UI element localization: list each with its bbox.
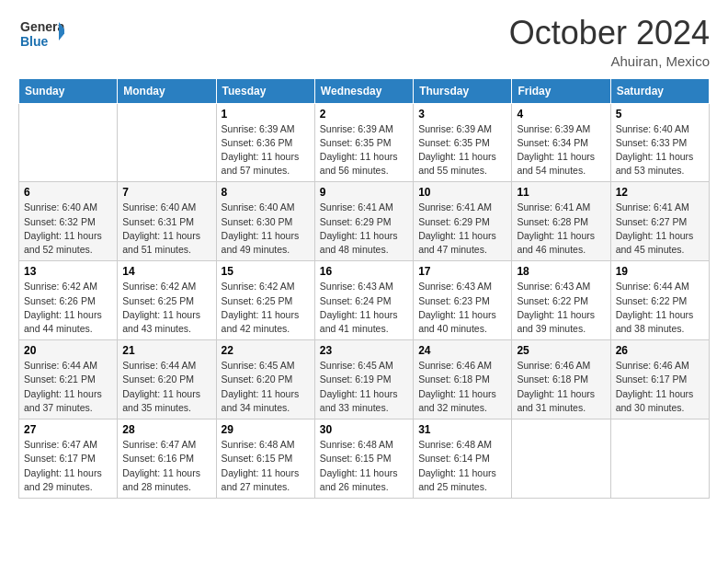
day-info: Sunrise: 6:41 AMSunset: 6:27 PMDaylight:…	[616, 201, 704, 257]
day-info: Sunrise: 6:40 AMSunset: 6:32 PMDaylight:…	[24, 201, 112, 257]
day-info: Sunrise: 6:45 AMSunset: 6:20 PMDaylight:…	[222, 359, 310, 415]
day-number: 4	[517, 108, 605, 121]
calendar-cell	[118, 103, 216, 182]
calendar-cell: 11Sunrise: 6:41 AMSunset: 6:28 PMDayligh…	[512, 182, 610, 261]
calendar-cell: 10Sunrise: 6:41 AMSunset: 6:29 PMDayligh…	[414, 182, 512, 261]
calendar-cell: 5Sunrise: 6:40 AMSunset: 6:33 PMDaylight…	[610, 103, 709, 182]
calendar-cell: 20Sunrise: 6:44 AMSunset: 6:21 PMDayligh…	[19, 340, 118, 419]
day-number: 28	[122, 423, 210, 436]
day-info: Sunrise: 6:44 AMSunset: 6:20 PMDaylight:…	[122, 359, 210, 415]
month-title: October 2024	[509, 15, 710, 52]
calendar-cell	[19, 103, 118, 182]
calendar-cell: 27Sunrise: 6:47 AMSunset: 6:17 PMDayligh…	[19, 419, 118, 499]
calendar-cell: 15Sunrise: 6:42 AMSunset: 6:25 PMDayligh…	[216, 261, 314, 340]
day-number: 20	[24, 344, 112, 357]
day-number: 17	[418, 265, 506, 278]
svg-text:General: General	[20, 19, 64, 34]
calendar-cell: 2Sunrise: 6:39 AMSunset: 6:35 PMDaylight…	[314, 103, 413, 182]
day-number: 27	[24, 423, 112, 436]
calendar-week-row: 13Sunrise: 6:42 AMSunset: 6:26 PMDayligh…	[19, 261, 710, 340]
day-info: Sunrise: 6:48 AMSunset: 6:14 PMDaylight:…	[418, 438, 506, 494]
calendar-week-row: 1Sunrise: 6:39 AMSunset: 6:36 PMDaylight…	[19, 103, 710, 182]
day-number: 9	[320, 186, 408, 199]
day-number: 14	[122, 265, 210, 278]
day-info: Sunrise: 6:42 AMSunset: 6:25 PMDaylight:…	[122, 280, 210, 336]
day-of-week-tuesday: Tuesday	[216, 78, 314, 103]
day-number: 8	[222, 186, 310, 199]
day-number: 22	[222, 344, 310, 357]
calendar-cell: 16Sunrise: 6:43 AMSunset: 6:24 PMDayligh…	[314, 261, 413, 340]
calendar-table: SundayMondayTuesdayWednesdayThursdayFrid…	[18, 78, 710, 499]
day-info: Sunrise: 6:39 AMSunset: 6:36 PMDaylight:…	[222, 122, 310, 178]
day-info: Sunrise: 6:43 AMSunset: 6:22 PMDaylight:…	[517, 280, 605, 336]
calendar-cell: 8Sunrise: 6:40 AMSunset: 6:30 PMDaylight…	[216, 182, 314, 261]
calendar-cell: 29Sunrise: 6:48 AMSunset: 6:15 PMDayligh…	[216, 419, 314, 499]
day-number: 12	[616, 186, 704, 199]
day-info: Sunrise: 6:45 AMSunset: 6:19 PMDaylight:…	[320, 359, 408, 415]
header: General Blue October 2024 Ahuiran, Mexic…	[18, 15, 710, 69]
day-info: Sunrise: 6:39 AMSunset: 6:35 PMDaylight:…	[418, 122, 506, 178]
day-number: 23	[320, 344, 408, 357]
calendar-cell: 6Sunrise: 6:40 AMSunset: 6:32 PMDaylight…	[19, 182, 118, 261]
calendar-cell: 14Sunrise: 6:42 AMSunset: 6:25 PMDayligh…	[118, 261, 216, 340]
day-info: Sunrise: 6:44 AMSunset: 6:22 PMDaylight:…	[616, 280, 704, 336]
day-info: Sunrise: 6:46 AMSunset: 6:18 PMDaylight:…	[517, 359, 605, 415]
calendar-cell: 23Sunrise: 6:45 AMSunset: 6:19 PMDayligh…	[314, 340, 413, 419]
calendar-cell: 3Sunrise: 6:39 AMSunset: 6:35 PMDaylight…	[414, 103, 512, 182]
calendar-cell: 25Sunrise: 6:46 AMSunset: 6:18 PMDayligh…	[512, 340, 610, 419]
day-of-week-thursday: Thursday	[414, 78, 512, 103]
day-info: Sunrise: 6:46 AMSunset: 6:18 PMDaylight:…	[418, 359, 506, 415]
day-info: Sunrise: 6:41 AMSunset: 6:29 PMDaylight:…	[418, 201, 506, 257]
day-info: Sunrise: 6:40 AMSunset: 6:30 PMDaylight:…	[222, 201, 310, 257]
day-number: 2	[320, 108, 408, 121]
calendar-cell: 12Sunrise: 6:41 AMSunset: 6:27 PMDayligh…	[610, 182, 709, 261]
calendar-week-row: 20Sunrise: 6:44 AMSunset: 6:21 PMDayligh…	[19, 340, 710, 419]
day-info: Sunrise: 6:48 AMSunset: 6:15 PMDaylight:…	[222, 438, 310, 494]
calendar-cell: 17Sunrise: 6:43 AMSunset: 6:23 PMDayligh…	[414, 261, 512, 340]
calendar-cell: 24Sunrise: 6:46 AMSunset: 6:18 PMDayligh…	[414, 340, 512, 419]
day-number: 30	[320, 423, 408, 436]
calendar-cell: 7Sunrise: 6:40 AMSunset: 6:31 PMDaylight…	[118, 182, 216, 261]
calendar-cell: 13Sunrise: 6:42 AMSunset: 6:26 PMDayligh…	[19, 261, 118, 340]
day-info: Sunrise: 6:48 AMSunset: 6:15 PMDaylight:…	[320, 438, 408, 494]
day-number: 31	[418, 423, 506, 436]
calendar-cell	[512, 419, 610, 499]
calendar-cell: 4Sunrise: 6:39 AMSunset: 6:34 PMDaylight…	[512, 103, 610, 182]
day-number: 13	[24, 265, 112, 278]
calendar-header-row: SundayMondayTuesdayWednesdayThursdayFrid…	[19, 78, 710, 103]
day-info: Sunrise: 6:47 AMSunset: 6:16 PMDaylight:…	[122, 438, 210, 494]
calendar-cell: 31Sunrise: 6:48 AMSunset: 6:14 PMDayligh…	[414, 419, 512, 499]
calendar-cell	[610, 419, 709, 499]
day-info: Sunrise: 6:39 AMSunset: 6:35 PMDaylight:…	[320, 122, 408, 178]
calendar-week-row: 27Sunrise: 6:47 AMSunset: 6:17 PMDayligh…	[19, 419, 710, 499]
day-number: 29	[222, 423, 310, 436]
day-of-week-wednesday: Wednesday	[314, 78, 413, 103]
day-of-week-monday: Monday	[118, 78, 216, 103]
day-info: Sunrise: 6:42 AMSunset: 6:25 PMDaylight:…	[222, 280, 310, 336]
day-of-week-saturday: Saturday	[610, 78, 709, 103]
calendar-cell: 28Sunrise: 6:47 AMSunset: 6:16 PMDayligh…	[118, 419, 216, 499]
day-number: 19	[616, 265, 704, 278]
day-of-week-sunday: Sunday	[19, 78, 118, 103]
day-number: 5	[616, 108, 704, 121]
day-number: 24	[418, 344, 506, 357]
day-of-week-friday: Friday	[512, 78, 610, 103]
calendar-cell: 21Sunrise: 6:44 AMSunset: 6:20 PMDayligh…	[118, 340, 216, 419]
calendar-cell: 18Sunrise: 6:43 AMSunset: 6:22 PMDayligh…	[512, 261, 610, 340]
day-info: Sunrise: 6:44 AMSunset: 6:21 PMDaylight:…	[24, 359, 112, 415]
day-info: Sunrise: 6:43 AMSunset: 6:23 PMDaylight:…	[418, 280, 506, 336]
page: General Blue October 2024 Ahuiran, Mexic…	[0, 0, 728, 563]
day-number: 3	[418, 108, 506, 121]
day-info: Sunrise: 6:41 AMSunset: 6:29 PMDaylight:…	[320, 201, 408, 257]
logo: General Blue	[18, 15, 64, 59]
day-number: 1	[222, 108, 310, 121]
day-number: 16	[320, 265, 408, 278]
day-number: 21	[122, 344, 210, 357]
location-title: Ahuiran, Mexico	[509, 53, 710, 69]
calendar-week-row: 6Sunrise: 6:40 AMSunset: 6:32 PMDaylight…	[19, 182, 710, 261]
day-info: Sunrise: 6:42 AMSunset: 6:26 PMDaylight:…	[24, 280, 112, 336]
day-number: 6	[24, 186, 112, 199]
svg-text:Blue: Blue	[20, 34, 49, 49]
day-info: Sunrise: 6:46 AMSunset: 6:17 PMDaylight:…	[616, 359, 704, 415]
day-info: Sunrise: 6:41 AMSunset: 6:28 PMDaylight:…	[517, 201, 605, 257]
